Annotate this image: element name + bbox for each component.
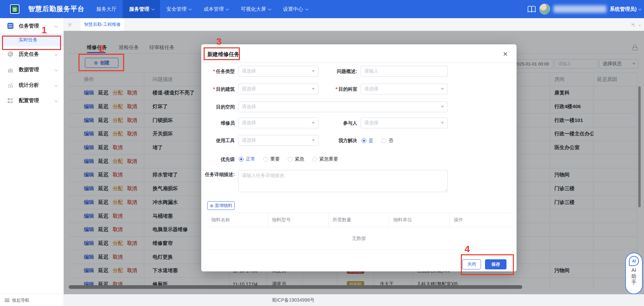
tool-select[interactable]: 请选择 xyxy=(238,135,319,146)
nav-item-1[interactable]: 服务管理 xyxy=(123,0,160,18)
priority-radio-option[interactable]: 正常 xyxy=(239,156,255,162)
sidebar-item-label: 任务管理 xyxy=(19,23,39,29)
self-solve-label: 我方解决 xyxy=(324,135,357,146)
manual-book-icon[interactable] xyxy=(527,5,536,13)
ai-head-icon: AI xyxy=(629,256,639,266)
chevron-down-icon xyxy=(638,7,642,10)
select-caret-icon xyxy=(441,88,444,90)
sidebar-item-4[interactable]: 配置管理 xyxy=(0,93,63,108)
chevron-down-icon xyxy=(55,99,58,102)
add-material-button[interactable]: ⊕ 新增物料 xyxy=(207,201,235,210)
target-department-select[interactable]: 请选择 xyxy=(361,84,448,94)
repair-worker-label: 维修员 xyxy=(201,118,235,128)
page-tabbar: |< 智慧后勤-工程维修 >| ⌄ xyxy=(64,18,644,31)
nav-item-2[interactable]: 安全管理 xyxy=(160,0,197,18)
chevron-down-icon xyxy=(226,7,229,10)
sidebar-item-3[interactable]: 统计分析 xyxy=(0,77,63,93)
top-navbar: 智慧后勤服务平台 服务大厅服务管理安全管理成本管理可视化大屏设置中心 系统管理员… xyxy=(0,0,644,18)
new-repair-task-dialog: 新建维修任务 ✕ *任务类型 请选择 问题概述: 请输入 *目的建筑 请选择 *… xyxy=(201,44,517,271)
nav-item-label: 成本管理 xyxy=(204,0,224,18)
required-star: * xyxy=(213,69,215,74)
problem-summary-label: 问题概述: xyxy=(324,66,357,77)
add-material-label: 新增物料 xyxy=(215,203,232,209)
self-solve-radio-option-label: 否 xyxy=(388,138,393,144)
participant-label: 参与人 xyxy=(324,118,357,128)
nav-item-label: 设置中心 xyxy=(283,0,303,18)
chevron-down-icon xyxy=(55,52,58,56)
participant-select[interactable]: 请选择 xyxy=(361,118,448,128)
ai-assistant-label: 手 xyxy=(632,279,637,285)
ai-assistant-label: 助 xyxy=(632,273,637,279)
ai-assistant-button[interactable]: AI AI助手 xyxy=(625,253,643,294)
select-caret-icon xyxy=(312,88,315,90)
icp-record-text: 蜀ICP备19034998号 xyxy=(272,297,315,303)
page-footer: 蜀ICP备19034998号 xyxy=(64,294,644,306)
collapse-nav-button[interactable]: 收起导航 xyxy=(0,294,63,306)
priority-label: 优先级 xyxy=(201,156,235,163)
nav-item-4[interactable]: 可视化大屏 xyxy=(234,0,277,18)
tabbar-scroll-right-icon[interactable]: >| xyxy=(631,22,635,27)
self-solve-radio-option-label: 是 xyxy=(369,138,373,144)
priority-radio-option-label: 紧急重要 xyxy=(319,156,338,162)
radio-icon xyxy=(381,138,386,143)
collapse-nav-label: 收起导航 xyxy=(12,297,30,303)
priority-radio-option-label: 正常 xyxy=(246,156,255,162)
material-column-header: 物料单位 xyxy=(389,213,450,227)
select-caret-icon xyxy=(441,106,444,108)
nav-item-5[interactable]: 设置中心 xyxy=(277,0,314,18)
open-page-tab[interactable]: 智慧后勤-工程维修 xyxy=(80,18,124,31)
annotation-number-1: 1 xyxy=(42,25,47,36)
self-solve-radio-option[interactable]: 是 xyxy=(362,138,373,144)
nav-item-0[interactable]: 服务大厅 xyxy=(90,0,123,18)
radio-icon xyxy=(288,157,292,162)
dialog-header-divider xyxy=(201,62,517,63)
sidebar: 任务管理实时任务历史任务数据管理统计分析配置管理 收起导航 xyxy=(0,18,64,306)
plus-circle-icon: ⊕ xyxy=(210,203,214,208)
select-caret-icon xyxy=(312,139,315,141)
select-caret-icon xyxy=(441,122,444,124)
nav-item-label: 服务大厅 xyxy=(96,0,116,18)
data-icon xyxy=(7,67,13,73)
annotation-box-1 xyxy=(2,36,61,50)
sidebar-item-label: 配置管理 xyxy=(19,97,39,104)
priority-radio-group: 正常重要紧急紧急重要 xyxy=(239,156,338,163)
annotation-number-2: 2 xyxy=(99,43,104,54)
task-detail-textarea[interactable]: 请输入任务详细描述: xyxy=(238,170,448,192)
repair-worker-select[interactable]: 请选择 xyxy=(238,118,319,128)
radio-icon xyxy=(239,157,244,162)
close-icon[interactable]: ✕ xyxy=(503,50,508,58)
target-building-select[interactable]: 请选择 xyxy=(238,84,319,94)
annotation-box-2 xyxy=(78,54,124,71)
chevron-down-icon xyxy=(189,7,192,10)
select-caret-icon xyxy=(312,122,315,124)
chevron-down-icon xyxy=(305,7,309,10)
priority-radio-option[interactable]: 紧急 xyxy=(288,156,304,162)
tool-label: 使用工具 xyxy=(201,135,235,146)
tabbar-more-icon[interactable]: ⌄ xyxy=(638,22,641,27)
config-icon xyxy=(7,97,13,103)
nav-item-3[interactable]: 成本管理 xyxy=(197,0,234,18)
user-avatar[interactable] xyxy=(539,4,550,14)
annotation-number-4: 4 xyxy=(465,244,470,255)
radio-icon xyxy=(263,157,268,162)
sidebar-item-2[interactable]: 数据管理 xyxy=(0,62,63,77)
target-space-select[interactable]: 请选择 xyxy=(238,101,448,112)
target-department-label: *目的科室 xyxy=(324,84,357,94)
stats-icon xyxy=(7,82,13,88)
chevron-down-icon xyxy=(55,83,58,87)
annotation-box-3 xyxy=(204,47,240,60)
tabbar-collapse-icon[interactable]: |< xyxy=(68,18,72,31)
resize-handle[interactable] xyxy=(444,188,447,191)
problem-summary-input[interactable]: 请输入 xyxy=(361,66,448,77)
tasks-icon xyxy=(7,23,13,29)
task-type-select[interactable]: 请选择 xyxy=(238,66,319,77)
user-role-label: 系统管理员) xyxy=(610,6,637,12)
priority-radio-option[interactable]: 紧急重要 xyxy=(312,156,338,162)
sidebar-item-0[interactable]: 任务管理 xyxy=(0,18,63,34)
target-building-label: *目的建筑 xyxy=(201,84,235,94)
self-solve-radio-option[interactable]: 否 xyxy=(381,138,393,144)
user-role-dropdown[interactable]: 系统管理员) xyxy=(610,6,641,12)
priority-radio-option[interactable]: 重要 xyxy=(263,156,280,162)
material-column-header: 所需数量 xyxy=(329,213,389,227)
annotation-number-3: 3 xyxy=(216,36,222,47)
